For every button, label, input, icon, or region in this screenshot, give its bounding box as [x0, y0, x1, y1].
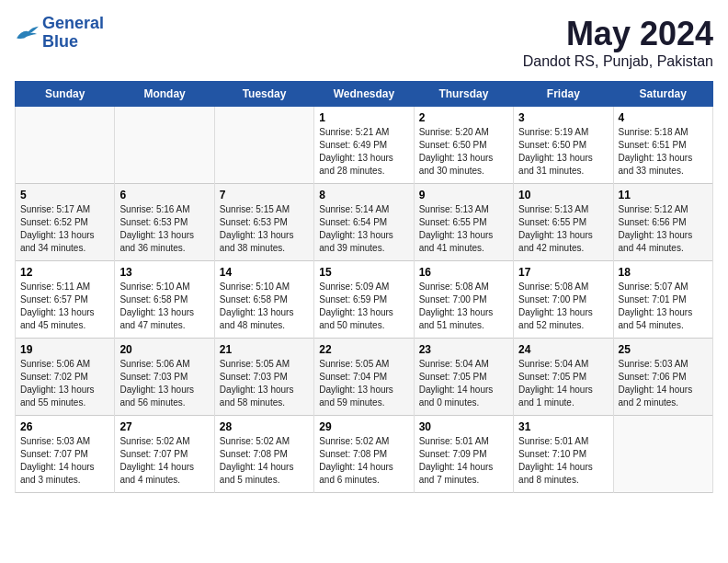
- calendar-cell: 22Sunrise: 5:05 AM Sunset: 7:04 PM Dayli…: [314, 339, 414, 416]
- day-info: Sunrise: 5:04 AM Sunset: 7:05 PM Dayligh…: [419, 358, 508, 409]
- calendar-cell: 29Sunrise: 5:02 AM Sunset: 7:08 PM Dayli…: [314, 416, 414, 493]
- calendar-cell: 31Sunrise: 5:01 AM Sunset: 7:10 PM Dayli…: [514, 416, 613, 493]
- day-number: 5: [20, 189, 109, 201]
- day-info: Sunrise: 5:04 AM Sunset: 7:05 PM Dayligh…: [518, 358, 608, 409]
- day-number: 16: [419, 266, 508, 279]
- day-info: Sunrise: 5:07 AM Sunset: 7:01 PM Dayligh…: [619, 281, 708, 332]
- page-header: General Blue May 2024 Dandot RS, Punjab,…: [15, 15, 713, 70]
- day-number: 17: [518, 266, 608, 279]
- day-number: 21: [220, 343, 309, 356]
- day-number: 4: [619, 111, 708, 124]
- day-number: 11: [619, 189, 708, 201]
- calendar-cell: 25Sunrise: 5:03 AM Sunset: 7:06 PM Dayli…: [613, 339, 712, 416]
- day-info: Sunrise: 5:21 AM Sunset: 6:49 PM Dayligh…: [319, 126, 408, 178]
- day-number: 14: [220, 266, 309, 279]
- day-number: 2: [419, 111, 508, 124]
- day-number: 3: [518, 111, 608, 124]
- day-number: 8: [319, 189, 408, 201]
- day-number: 7: [220, 189, 309, 201]
- calendar-cell: 23Sunrise: 5:04 AM Sunset: 7:05 PM Dayli…: [414, 339, 513, 416]
- day-number: 19: [20, 343, 109, 356]
- day-info: Sunrise: 5:03 AM Sunset: 7:06 PM Dayligh…: [619, 358, 708, 409]
- day-number: 27: [119, 420, 209, 433]
- day-number: 18: [619, 266, 708, 279]
- subtitle: Dandot RS, Punjab, Pakistan: [523, 53, 713, 70]
- day-info: Sunrise: 5:19 AM Sunset: 6:50 PM Dayligh…: [518, 126, 608, 178]
- day-info: Sunrise: 5:02 AM Sunset: 7:08 PM Dayligh…: [319, 435, 408, 487]
- day-info: Sunrise: 5:20 AM Sunset: 6:50 PM Dayligh…: [419, 126, 508, 178]
- day-number: 29: [319, 420, 408, 433]
- day-number: 12: [20, 266, 109, 279]
- calendar-table: SundayMondayTuesdayWednesdayThursdayFrid…: [15, 81, 713, 493]
- calendar-cell: 10Sunrise: 5:13 AM Sunset: 6:55 PM Dayli…: [514, 184, 613, 261]
- day-info: Sunrise: 5:10 AM Sunset: 6:58 PM Dayligh…: [220, 281, 309, 332]
- calendar-cell: 11Sunrise: 5:12 AM Sunset: 6:56 PM Dayli…: [613, 184, 712, 261]
- calendar-cell: 7Sunrise: 5:15 AM Sunset: 6:53 PM Daylig…: [214, 184, 313, 261]
- calendar-cell: 2Sunrise: 5:20 AM Sunset: 6:50 PM Daylig…: [414, 107, 513, 184]
- calendar-cell: 28Sunrise: 5:02 AM Sunset: 7:08 PM Dayli…: [214, 416, 313, 493]
- day-info: Sunrise: 5:05 AM Sunset: 7:03 PM Dayligh…: [220, 358, 309, 409]
- weekday-header: Saturday: [613, 82, 712, 107]
- calendar-week-row: 1Sunrise: 5:21 AM Sunset: 6:49 PM Daylig…: [16, 107, 713, 184]
- day-info: Sunrise: 5:10 AM Sunset: 6:58 PM Dayligh…: [119, 281, 209, 332]
- day-info: Sunrise: 5:13 AM Sunset: 6:55 PM Dayligh…: [419, 203, 508, 255]
- day-number: 20: [119, 343, 209, 356]
- calendar-cell: 5Sunrise: 5:17 AM Sunset: 6:52 PM Daylig…: [16, 184, 115, 261]
- calendar-week-row: 5Sunrise: 5:17 AM Sunset: 6:52 PM Daylig…: [16, 184, 713, 261]
- calendar-cell: 13Sunrise: 5:10 AM Sunset: 6:58 PM Dayli…: [115, 261, 214, 339]
- day-info: Sunrise: 5:06 AM Sunset: 7:02 PM Dayligh…: [20, 358, 109, 409]
- day-info: Sunrise: 5:06 AM Sunset: 7:03 PM Dayligh…: [119, 358, 209, 409]
- weekday-header-row: SundayMondayTuesdayWednesdayThursdayFrid…: [16, 82, 713, 107]
- calendar-cell: 24Sunrise: 5:04 AM Sunset: 7:05 PM Dayli…: [514, 339, 613, 416]
- calendar-cell: 16Sunrise: 5:08 AM Sunset: 7:00 PM Dayli…: [414, 261, 513, 339]
- day-info: Sunrise: 5:01 AM Sunset: 7:09 PM Dayligh…: [419, 435, 508, 487]
- weekday-header: Thursday: [414, 82, 513, 107]
- day-number: 23: [419, 343, 508, 356]
- calendar-cell: 4Sunrise: 5:18 AM Sunset: 6:51 PM Daylig…: [613, 107, 712, 184]
- weekday-header: Tuesday: [214, 82, 313, 107]
- day-info: Sunrise: 5:18 AM Sunset: 6:51 PM Dayligh…: [619, 126, 708, 178]
- calendar-cell: 20Sunrise: 5:06 AM Sunset: 7:03 PM Dayli…: [115, 339, 214, 416]
- calendar-cell: 12Sunrise: 5:11 AM Sunset: 6:57 PM Dayli…: [16, 261, 115, 339]
- day-number: 15: [319, 266, 408, 279]
- calendar-cell: 9Sunrise: 5:13 AM Sunset: 6:55 PM Daylig…: [414, 184, 513, 261]
- day-number: 26: [20, 420, 109, 433]
- day-number: 22: [319, 343, 408, 356]
- day-number: 1: [319, 111, 408, 124]
- calendar-cell: 19Sunrise: 5:06 AM Sunset: 7:02 PM Dayli…: [16, 339, 115, 416]
- calendar-week-row: 19Sunrise: 5:06 AM Sunset: 7:02 PM Dayli…: [16, 339, 713, 416]
- calendar-cell: [613, 416, 712, 493]
- main-title: May 2024: [523, 15, 713, 53]
- calendar-cell: 26Sunrise: 5:03 AM Sunset: 7:07 PM Dayli…: [16, 416, 115, 493]
- calendar-cell: 27Sunrise: 5:02 AM Sunset: 7:07 PM Dayli…: [115, 416, 214, 493]
- day-info: Sunrise: 5:02 AM Sunset: 7:08 PM Dayligh…: [220, 435, 309, 487]
- calendar-cell: 14Sunrise: 5:10 AM Sunset: 6:58 PM Dayli…: [214, 261, 313, 339]
- day-info: Sunrise: 5:17 AM Sunset: 6:52 PM Dayligh…: [20, 203, 109, 255]
- day-info: Sunrise: 5:05 AM Sunset: 7:04 PM Dayligh…: [319, 358, 408, 409]
- day-info: Sunrise: 5:08 AM Sunset: 7:00 PM Dayligh…: [518, 281, 608, 332]
- logo-line2: Blue: [42, 32, 78, 51]
- calendar-cell: 1Sunrise: 5:21 AM Sunset: 6:49 PM Daylig…: [314, 107, 414, 184]
- calendar-cell: [214, 107, 313, 184]
- day-number: 31: [518, 420, 608, 433]
- calendar-cell: 17Sunrise: 5:08 AM Sunset: 7:00 PM Dayli…: [514, 261, 613, 339]
- calendar-cell: 8Sunrise: 5:14 AM Sunset: 6:54 PM Daylig…: [314, 184, 414, 261]
- day-number: 24: [518, 343, 608, 356]
- calendar-cell: 3Sunrise: 5:19 AM Sunset: 6:50 PM Daylig…: [514, 107, 613, 184]
- calendar-cell: 30Sunrise: 5:01 AM Sunset: 7:09 PM Dayli…: [414, 416, 513, 493]
- title-block: May 2024 Dandot RS, Punjab, Pakistan: [523, 15, 713, 70]
- logo: General Blue: [15, 15, 104, 52]
- calendar-cell: 15Sunrise: 5:09 AM Sunset: 6:59 PM Dayli…: [314, 261, 414, 339]
- day-info: Sunrise: 5:02 AM Sunset: 7:07 PM Dayligh…: [119, 435, 209, 487]
- day-info: Sunrise: 5:15 AM Sunset: 6:53 PM Dayligh…: [220, 203, 309, 255]
- calendar-cell: 21Sunrise: 5:05 AM Sunset: 7:03 PM Dayli…: [214, 339, 313, 416]
- day-info: Sunrise: 5:16 AM Sunset: 6:53 PM Dayligh…: [119, 203, 209, 255]
- weekday-header: Wednesday: [314, 82, 414, 107]
- calendar-cell: 6Sunrise: 5:16 AM Sunset: 6:53 PM Daylig…: [115, 184, 214, 261]
- weekday-header: Sunday: [16, 82, 115, 107]
- day-number: 10: [518, 189, 608, 201]
- calendar-week-row: 26Sunrise: 5:03 AM Sunset: 7:07 PM Dayli…: [16, 416, 713, 493]
- day-info: Sunrise: 5:03 AM Sunset: 7:07 PM Dayligh…: [20, 435, 109, 487]
- day-info: Sunrise: 5:14 AM Sunset: 6:54 PM Dayligh…: [319, 203, 408, 255]
- day-info: Sunrise: 5:01 AM Sunset: 7:10 PM Dayligh…: [518, 435, 608, 487]
